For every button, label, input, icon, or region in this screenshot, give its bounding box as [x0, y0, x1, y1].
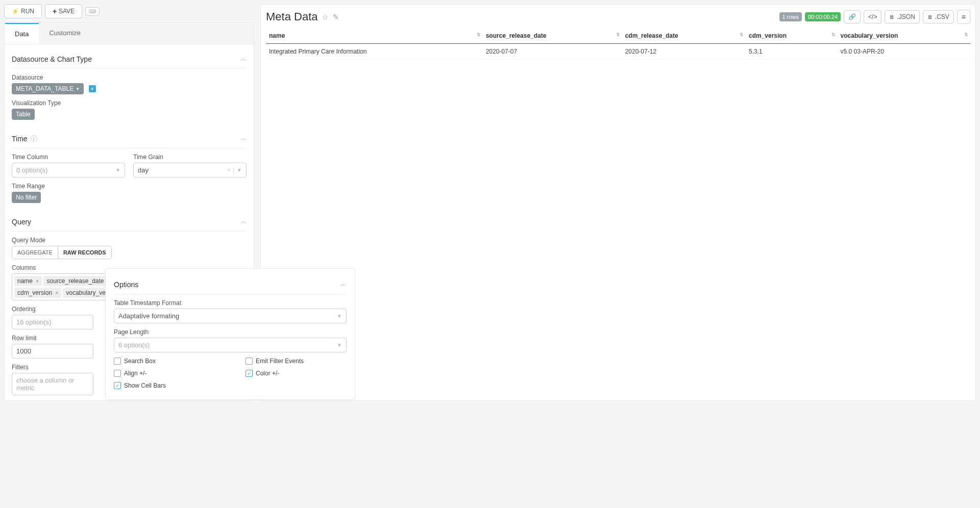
add-datasource-icon[interactable]: + [89, 85, 96, 92]
checkbox-icon [114, 382, 121, 389]
query-mode-label: Query Mode [12, 237, 247, 244]
query-mode-aggregate[interactable]: AGGREGATE [12, 246, 58, 259]
row-limit-input[interactable]: 1000 [12, 344, 93, 359]
close-icon[interactable]: × [36, 278, 39, 284]
col-vocabulary-version[interactable]: vocabulary_version⇅ [838, 28, 970, 44]
sort-icon[interactable]: ⇅ [831, 32, 836, 37]
col-source-release-date[interactable]: source_release_date⇅ [483, 28, 622, 44]
star-icon[interactable]: ☆ [322, 13, 329, 21]
caret-down-icon: ▼ [115, 167, 120, 173]
section-time-label: Time [12, 135, 28, 143]
caret-down-icon: ▼ [237, 167, 242, 173]
cell-cdm-release-date: 2020-07-12 [622, 44, 746, 60]
info-icon[interactable]: i [31, 135, 37, 142]
checkbox-icon [114, 370, 121, 377]
sort-icon[interactable]: ⇅ [477, 32, 481, 37]
clear-icon[interactable]: × [227, 167, 230, 173]
code-icon: </> [868, 13, 877, 20]
tab-data[interactable]: Data [5, 23, 39, 44]
export-csv-button[interactable]: 🗎.CSV [923, 10, 954, 23]
filters-placeholder: choose a column or metric [16, 376, 89, 392]
link-button[interactable]: 🔗 [844, 10, 861, 23]
cell-source-release-date: 2020-07-07 [483, 44, 622, 60]
section-datasource-label: Datasource & Chart Type [12, 55, 92, 63]
query-mode-raw[interactable]: RAW RECORDS [58, 246, 111, 259]
section-query[interactable]: Query ︿ [12, 212, 247, 232]
checkbox-align[interactable]: Align +/- [114, 370, 215, 377]
time-column-label: Time Column [12, 154, 125, 161]
export-json-button[interactable]: 🗎.JSON [885, 10, 919, 23]
chevron-up-icon: ︿ [240, 217, 247, 226]
ttf-label: Table Timestamp Format [114, 299, 347, 307]
page-title: Meta Data [266, 10, 318, 23]
chevron-up-icon: ︿ [340, 280, 347, 289]
col-name[interactable]: name⇅ [266, 28, 483, 44]
checkbox-icon [246, 370, 253, 377]
viz-type-label: Visualization Type [12, 99, 247, 107]
time-range-select[interactable]: No filter [12, 192, 41, 203]
ttf-select[interactable]: Adaptative formating ▼ [114, 309, 347, 323]
checkbox-emit-filter-events[interactable]: Emit Filter Events [246, 358, 347, 365]
page-length-select[interactable]: 6 option(s) ▼ [114, 338, 347, 352]
cell-name: Integrated Primary Care Information [266, 44, 483, 60]
time-column-select[interactable]: 0 option(s) ▼ [12, 163, 125, 177]
section-options[interactable]: Options ︿ [114, 275, 347, 294]
link-icon: 🔗 [848, 13, 856, 20]
caret-down-icon: ▼ [337, 313, 342, 319]
ordering-select[interactable]: 16 option(s) [12, 315, 93, 329]
table-row: Integrated Primary Care Information 2020… [266, 44, 970, 60]
options-panel: Options ︿ Table Timestamp Format Adaptat… [105, 268, 355, 400]
datasource-select[interactable]: META_DATA_TABLE ▼ [12, 83, 84, 94]
row-limit-value: 1000 [16, 347, 31, 355]
sort-icon[interactable]: ⇅ [740, 32, 744, 37]
time-grain-label: Time Grain [133, 154, 247, 161]
time-range-label: Time Range [12, 183, 247, 190]
file-icon: 🗎 [927, 14, 933, 20]
sort-icon[interactable]: ⇅ [616, 32, 620, 37]
file-icon: 🗎 [889, 14, 895, 20]
time-grain-select[interactable]: day ×▼ [133, 163, 247, 177]
embed-button[interactable]: </> [864, 10, 881, 23]
caret-down-icon: ▼ [337, 342, 342, 348]
caret-down-icon: ▼ [76, 87, 80, 91]
chevron-up-icon: ︿ [240, 134, 247, 143]
col-cdm-release-date[interactable]: cdm_release_date⇅ [622, 28, 746, 44]
edit-icon[interactable]: ✎ [333, 13, 339, 21]
viz-type-select[interactable]: Table [12, 109, 35, 120]
datasource-value: META_DATA_TABLE [16, 85, 74, 92]
close-icon[interactable]: × [55, 290, 58, 296]
keyboard-shortcuts-icon[interactable]: ⌨ [85, 7, 100, 16]
section-options-label: Options [114, 281, 138, 289]
section-datasource[interactable]: Datasource & Chart Type ︿ [12, 49, 247, 69]
tab-customize[interactable]: Customize [39, 23, 90, 44]
ttf-value: Adaptative formating [118, 312, 179, 320]
chevron-up-icon: ︿ [240, 55, 247, 63]
sort-icon[interactable]: ⇅ [964, 32, 968, 37]
page-length-label: Page Length [114, 328, 347, 336]
cell-vocabulary-version: v5.0 03-APR-20 [838, 44, 970, 60]
col-cdm-version[interactable]: cdm_version⇅ [746, 28, 838, 44]
column-tag[interactable]: cdm_version× [14, 288, 61, 298]
checkbox-search-box[interactable]: Search Box [114, 358, 215, 365]
page-length-placeholder: 6 option(s) [118, 341, 150, 349]
rows-badge: 1 rows [779, 12, 802, 21]
cell-cdm-version: 5.3.1 [746, 44, 838, 60]
section-time[interactable]: Time i ︿ [12, 129, 247, 148]
results-table: name⇅ source_release_date⇅ cdm_release_d… [266, 28, 970, 60]
time-grain-value: day [138, 166, 149, 174]
column-tag[interactable]: name× [14, 276, 42, 286]
checkbox-icon [114, 358, 121, 365]
filters-select[interactable]: choose a column or metric [12, 373, 93, 395]
checkbox-show-cell-bars[interactable]: Show Cell Bars [114, 382, 215, 389]
section-query-label: Query [12, 218, 31, 226]
ordering-placeholder: 16 option(s) [16, 318, 52, 326]
checkbox-icon [246, 358, 253, 365]
checkbox-color[interactable]: Color +/- [246, 370, 347, 377]
column-tag[interactable]: source_release_date× [43, 276, 113, 286]
save-button[interactable]: SAVE [45, 4, 82, 18]
time-badge: 00:00:00.24 [805, 12, 841, 21]
run-button[interactable]: RUN [4, 4, 42, 18]
menu-button[interactable]: ≡ [957, 10, 970, 24]
time-column-placeholder: 0 option(s) [16, 166, 47, 174]
datasource-label: Datasource [12, 74, 247, 81]
